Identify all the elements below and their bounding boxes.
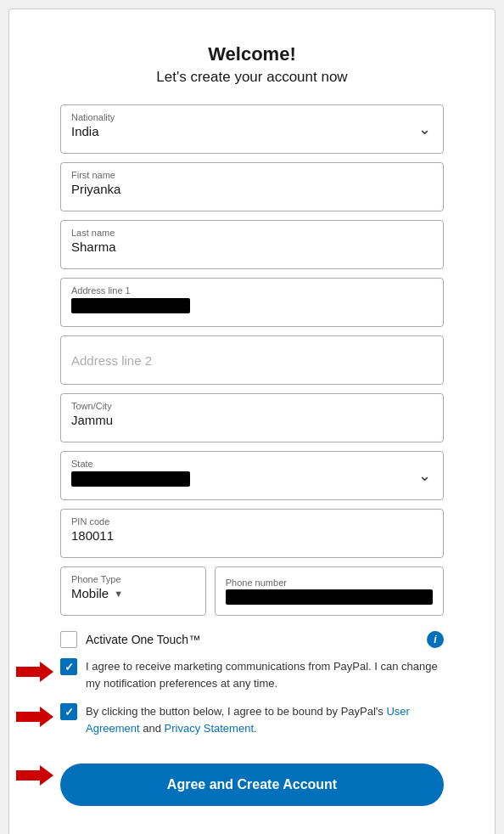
agreement-text-between: and: [140, 722, 165, 735]
pin-value: 180011: [71, 528, 114, 543]
svg-marker-0: [16, 662, 53, 682]
nationality-value: India: [71, 124, 99, 138]
one-touch-row: Activate One Touch™ i: [60, 631, 444, 648]
page-title: Welcome!: [60, 43, 444, 65]
phone-number-value: [226, 589, 433, 605]
user-agreement-row: By clicking the button below, I agree to…: [60, 703, 444, 736]
last-name-value: Sharma: [71, 239, 116, 254]
nationality-label: Nationality: [71, 112, 433, 122]
phone-type-label: Phone Type: [71, 574, 195, 584]
privacy-statement-link[interactable]: Privacy Statement: [165, 722, 255, 735]
phone-type-field[interactable]: Phone Type Mobile ▼: [60, 566, 206, 616]
marketing-text: I agree to receive marketing communicati…: [86, 658, 444, 691]
address1-value: [71, 298, 190, 313]
marketing-red-arrow: [16, 660, 53, 684]
create-account-button-row: Agree and Create Account: [60, 748, 444, 806]
address1-field[interactable]: Address line 1: [60, 278, 444, 327]
button-red-arrow: [16, 764, 53, 787]
address2-placeholder: Address line 2: [71, 353, 152, 368]
user-agreement-checkbox[interactable]: [60, 703, 77, 720]
pin-label: PIN code: [71, 516, 433, 527]
state-label: State: [71, 459, 433, 469]
info-icon-symbol: i: [434, 634, 436, 645]
page-subtitle: Let's create your account now: [60, 69, 444, 86]
pin-field[interactable]: PIN code 180011: [60, 509, 444, 558]
agreement-text: By clicking the button below, I agree to…: [86, 703, 444, 736]
town-field[interactable]: Town/City Jammu: [60, 393, 444, 442]
agreement-text-after: .: [254, 722, 257, 735]
nationality-field[interactable]: Nationality India ⌄: [60, 104, 444, 154]
marketing-checkbox[interactable]: [60, 658, 77, 675]
marketing-arrow-indicator: [16, 660, 53, 687]
agreement-arrow-indicator: [16, 705, 53, 732]
agreement-text-before: By clicking the button below, I agree to…: [86, 705, 386, 718]
state-field[interactable]: State ⌄: [60, 451, 444, 500]
create-account-button[interactable]: Agree and Create Account: [60, 764, 444, 806]
address2-field[interactable]: Address line 2: [60, 335, 444, 385]
last-name-field[interactable]: Last name Sharma: [60, 220, 444, 269]
agreement-red-arrow: [16, 705, 53, 729]
first-name-value: Priyanka: [71, 182, 120, 196]
one-touch-label: Activate One Touch™: [86, 633, 200, 646]
address1-label: Address line 1: [71, 285, 433, 296]
phone-row: Phone Type Mobile ▼ Phone number: [60, 566, 444, 616]
phone-number-label: Phone number: [226, 578, 433, 588]
main-card: Welcome! Let's create your account now N…: [8, 8, 496, 834]
svg-marker-1: [16, 707, 53, 727]
town-label: Town/City: [71, 401, 433, 411]
one-touch-info-icon[interactable]: i: [427, 631, 444, 648]
last-name-label: Last name: [71, 228, 433, 238]
phone-number-field[interactable]: Phone number: [215, 566, 444, 616]
first-name-label: First name: [71, 170, 433, 180]
nationality-dropdown-arrow: ⌄: [418, 120, 431, 138]
first-name-field[interactable]: First name Priyanka: [60, 162, 444, 211]
state-dropdown-arrow: ⌄: [418, 466, 431, 485]
state-value: [71, 471, 190, 487]
phone-type-dropdown-arrow: ▼: [114, 589, 123, 599]
marketing-agreement-row: I agree to receive marketing communicati…: [60, 658, 444, 691]
button-arrow-indicator: [16, 764, 53, 791]
svg-marker-2: [16, 765, 53, 786]
town-value: Jammu: [71, 413, 113, 427]
phone-type-value: Mobile: [71, 586, 109, 600]
one-touch-checkbox[interactable]: [60, 631, 77, 648]
